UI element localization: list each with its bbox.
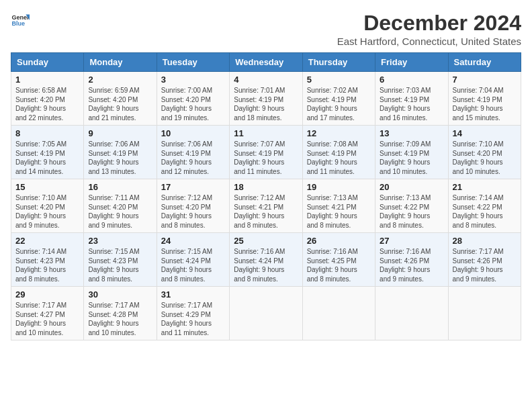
- day-info: Sunrise: 7:14 AM Sunset: 4:22 PM Dayligh…: [453, 193, 517, 230]
- calendar-cell: 19Sunrise: 7:13 AM Sunset: 4:21 PM Dayli…: [302, 179, 375, 233]
- day-number: 7: [453, 75, 517, 85]
- day-number: 2: [88, 75, 152, 85]
- calendar-cell: 21Sunrise: 7:14 AM Sunset: 4:22 PM Dayli…: [448, 179, 521, 233]
- calendar-cell: 2Sunrise: 6:59 AM Sunset: 4:20 PM Daylig…: [84, 72, 157, 126]
- day-number: 12: [307, 128, 371, 138]
- day-info: Sunrise: 7:16 AM Sunset: 4:25 PM Dayligh…: [307, 247, 371, 283]
- day-info: Sunrise: 7:13 AM Sunset: 4:21 PM Dayligh…: [307, 193, 371, 230]
- day-info: Sunrise: 7:14 AM Sunset: 4:23 PM Dayligh…: [15, 247, 79, 283]
- day-info: Sunrise: 7:12 AM Sunset: 4:21 PM Dayligh…: [234, 193, 298, 230]
- day-info: Sunrise: 7:17 AM Sunset: 4:29 PM Dayligh…: [161, 301, 225, 337]
- calendar-cell: 18Sunrise: 7:12 AM Sunset: 4:21 PM Dayli…: [230, 179, 302, 233]
- calendar-cell: 16Sunrise: 7:11 AM Sunset: 4:20 PM Dayli…: [84, 179, 157, 233]
- calendar-body: 1Sunrise: 6:58 AM Sunset: 4:20 PM Daylig…: [11, 72, 521, 340]
- calendar-header: SundayMondayTuesdayWednesdayThursdayFrid…: [11, 53, 521, 72]
- day-info: Sunrise: 7:00 AM Sunset: 4:20 PM Dayligh…: [161, 86, 225, 122]
- calendar-cell: 17Sunrise: 7:12 AM Sunset: 4:20 PM Dayli…: [157, 179, 229, 233]
- day-info: Sunrise: 7:16 AM Sunset: 4:26 PM Dayligh…: [380, 247, 443, 283]
- subtitle: East Hartford, Connecticut, United State…: [337, 36, 521, 47]
- day-info: Sunrise: 7:07 AM Sunset: 4:19 PM Dayligh…: [234, 140, 298, 176]
- day-info: Sunrise: 7:17 AM Sunset: 4:26 PM Dayligh…: [453, 247, 517, 283]
- day-number: 28: [453, 236, 517, 246]
- day-info: Sunrise: 7:17 AM Sunset: 4:27 PM Dayligh…: [15, 301, 79, 337]
- calendar-cell: 14Sunrise: 7:10 AM Sunset: 4:20 PM Dayli…: [448, 126, 521, 179]
- week-row-1: 1Sunrise: 6:58 AM Sunset: 4:20 PM Daylig…: [11, 72, 521, 126]
- main-title: December 2024: [337, 11, 521, 36]
- day-info: Sunrise: 7:11 AM Sunset: 4:20 PM Dayligh…: [88, 193, 152, 230]
- svg-text:Blue: Blue: [11, 20, 25, 27]
- calendar-cell: [230, 287, 302, 340]
- day-info: Sunrise: 7:02 AM Sunset: 4:19 PM Dayligh…: [307, 86, 371, 122]
- header-cell-monday: Monday: [84, 53, 157, 72]
- header: General Blue December 2024 East Hartford…: [11, 11, 521, 47]
- day-info: Sunrise: 7:06 AM Sunset: 4:19 PM Dayligh…: [88, 140, 152, 176]
- calendar-cell: 1Sunrise: 6:58 AM Sunset: 4:20 PM Daylig…: [11, 72, 84, 126]
- header-cell-thursday: Thursday: [302, 53, 375, 72]
- calendar-cell: 8Sunrise: 7:05 AM Sunset: 4:19 PM Daylig…: [11, 126, 84, 179]
- calendar-table: SundayMondayTuesdayWednesdayThursdayFrid…: [11, 52, 521, 340]
- day-number: 22: [15, 236, 79, 246]
- calendar-cell: 27Sunrise: 7:16 AM Sunset: 4:26 PM Dayli…: [375, 233, 448, 287]
- week-row-2: 8Sunrise: 7:05 AM Sunset: 4:19 PM Daylig…: [11, 126, 521, 179]
- day-number: 25: [234, 236, 298, 246]
- week-row-3: 15Sunrise: 7:10 AM Sunset: 4:20 PM Dayli…: [11, 179, 521, 233]
- day-number: 14: [453, 128, 517, 138]
- day-info: Sunrise: 7:12 AM Sunset: 4:20 PM Dayligh…: [161, 193, 225, 230]
- day-number: 6: [380, 75, 443, 85]
- day-info: Sunrise: 6:59 AM Sunset: 4:20 PM Dayligh…: [88, 86, 152, 122]
- logo-icon: General Blue: [11, 11, 30, 30]
- calendar-cell: 22Sunrise: 7:14 AM Sunset: 4:23 PM Dayli…: [11, 233, 84, 287]
- day-info: Sunrise: 7:10 AM Sunset: 4:20 PM Dayligh…: [15, 193, 79, 230]
- day-number: 9: [88, 128, 152, 138]
- day-number: 10: [161, 128, 225, 138]
- day-number: 19: [307, 182, 371, 192]
- day-number: 13: [380, 128, 443, 138]
- day-number: 27: [380, 236, 443, 246]
- calendar-cell: [375, 287, 448, 340]
- day-number: 18: [234, 182, 298, 192]
- day-number: 5: [307, 75, 371, 85]
- calendar-cell: 24Sunrise: 7:15 AM Sunset: 4:24 PM Dayli…: [157, 233, 229, 287]
- calendar-cell: 10Sunrise: 7:06 AM Sunset: 4:19 PM Dayli…: [157, 126, 229, 179]
- calendar-cell: 26Sunrise: 7:16 AM Sunset: 4:25 PM Dayli…: [302, 233, 375, 287]
- calendar-cell: 12Sunrise: 7:08 AM Sunset: 4:19 PM Dayli…: [302, 126, 375, 179]
- day-number: 30: [88, 289, 152, 300]
- calendar-cell: 23Sunrise: 7:15 AM Sunset: 4:23 PM Dayli…: [84, 233, 157, 287]
- calendar-cell: 7Sunrise: 7:04 AM Sunset: 4:19 PM Daylig…: [448, 72, 521, 126]
- day-info: Sunrise: 7:03 AM Sunset: 4:19 PM Dayligh…: [380, 86, 443, 122]
- day-info: Sunrise: 7:10 AM Sunset: 4:20 PM Dayligh…: [453, 140, 517, 176]
- day-number: 31: [161, 289, 225, 300]
- day-info: Sunrise: 7:08 AM Sunset: 4:19 PM Dayligh…: [307, 140, 371, 176]
- day-info: Sunrise: 7:09 AM Sunset: 4:19 PM Dayligh…: [380, 140, 443, 176]
- day-info: Sunrise: 7:16 AM Sunset: 4:24 PM Dayligh…: [234, 247, 298, 283]
- calendar-cell: [448, 287, 521, 340]
- day-number: 29: [15, 289, 79, 300]
- day-number: 23: [88, 236, 152, 246]
- day-number: 24: [161, 236, 225, 246]
- day-info: Sunrise: 6:58 AM Sunset: 4:20 PM Dayligh…: [15, 86, 79, 122]
- header-cell-wednesday: Wednesday: [230, 53, 302, 72]
- calendar-cell: 29Sunrise: 7:17 AM Sunset: 4:27 PM Dayli…: [11, 287, 84, 340]
- title-area: December 2024 East Hartford, Connecticut…: [337, 11, 521, 47]
- day-number: 11: [234, 128, 298, 138]
- calendar-cell: 30Sunrise: 7:17 AM Sunset: 4:28 PM Dayli…: [84, 287, 157, 340]
- calendar-cell: 3Sunrise: 7:00 AM Sunset: 4:20 PM Daylig…: [157, 72, 229, 126]
- week-row-4: 22Sunrise: 7:14 AM Sunset: 4:23 PM Dayli…: [11, 233, 521, 287]
- header-cell-saturday: Saturday: [448, 53, 521, 72]
- day-number: 1: [15, 75, 79, 85]
- day-number: 20: [380, 182, 443, 192]
- day-number: 26: [307, 236, 371, 246]
- calendar-cell: 5Sunrise: 7:02 AM Sunset: 4:19 PM Daylig…: [302, 72, 375, 126]
- day-number: 16: [88, 182, 152, 192]
- day-info: Sunrise: 7:06 AM Sunset: 4:19 PM Dayligh…: [161, 140, 225, 176]
- calendar-cell: 6Sunrise: 7:03 AM Sunset: 4:19 PM Daylig…: [375, 72, 448, 126]
- day-info: Sunrise: 7:13 AM Sunset: 4:22 PM Dayligh…: [380, 193, 443, 230]
- day-info: Sunrise: 7:15 AM Sunset: 4:23 PM Dayligh…: [88, 247, 152, 283]
- day-number: 21: [453, 182, 517, 192]
- logo: General Blue: [11, 11, 30, 30]
- calendar-cell: 31Sunrise: 7:17 AM Sunset: 4:29 PM Dayli…: [157, 287, 229, 340]
- calendar-cell: 15Sunrise: 7:10 AM Sunset: 4:20 PM Dayli…: [11, 179, 84, 233]
- calendar-cell: 9Sunrise: 7:06 AM Sunset: 4:19 PM Daylig…: [84, 126, 157, 179]
- day-info: Sunrise: 7:04 AM Sunset: 4:19 PM Dayligh…: [453, 86, 517, 122]
- calendar-cell: [302, 287, 375, 340]
